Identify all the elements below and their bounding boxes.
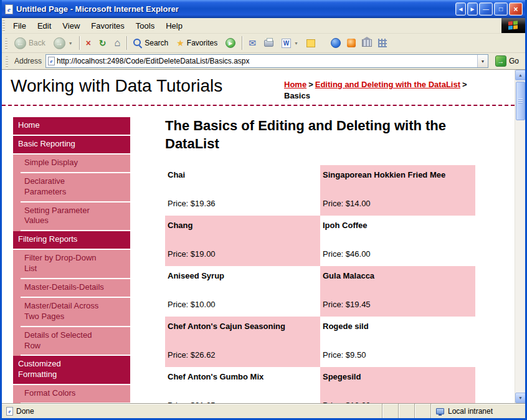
toolbar-extra-icons <box>331 38 387 48</box>
menu-edit[interactable]: Edit <box>32 18 57 33</box>
product-name: Ipoh Coffee <box>323 221 472 230</box>
addon-orange-icon[interactable] <box>347 39 356 47</box>
product-name: Chai <box>168 170 316 179</box>
sidebar-item-details-of-selected-row[interactable]: Details of Selected Row <box>21 327 130 356</box>
toolbar-grip[interactable] <box>5 38 7 50</box>
address-dropdown-button[interactable]: ▼ <box>477 55 488 67</box>
mail-button[interactable]: ✉ <box>245 37 260 49</box>
go-button[interactable]: → Go <box>492 54 522 68</box>
sidebar-item-home[interactable]: Home <box>13 117 130 136</box>
product-name: Rogede sild <box>323 322 472 331</box>
sidebar-item-basic-reporting[interactable]: Basic Reporting <box>13 136 130 155</box>
scroll-down-button[interactable]: ▼ <box>515 393 525 403</box>
menu-favorites[interactable]: Favorites <box>85 18 130 33</box>
window-extra-right-button[interactable]: ► <box>467 2 478 16</box>
sidebar-item-customized-formatting[interactable]: Customized Formatting <box>13 356 130 385</box>
sidebar-item-format-colors[interactable]: Format Colors <box>21 385 130 403</box>
status-pane <box>398 404 414 418</box>
grid-icon[interactable] <box>378 39 387 47</box>
refresh-icon: ↻ <box>99 39 107 47</box>
messenger-icon[interactable] <box>331 38 341 48</box>
window-title: Untitled Page - Microsoft Internet Explo… <box>16 4 454 14</box>
address-input-wrap: e ▼ <box>45 54 488 68</box>
ie-page-icon-glyph: e <box>7 6 11 13</box>
status-pane <box>414 404 430 418</box>
favorites-star-icon: ★ <box>176 39 184 47</box>
edit-word-icon: W <box>282 39 291 48</box>
product-price: Price: $12.00 <box>323 401 472 403</box>
maximize-button[interactable]: □ <box>494 2 508 16</box>
home-button[interactable]: ⌂ <box>111 36 125 50</box>
scrollbar-track[interactable] <box>515 80 525 393</box>
sidebar-item-filter-by-dropdown-list[interactable]: Filter by Drop-Down List <box>21 250 130 279</box>
breadcrumb-home-link[interactable]: Home <box>284 80 306 89</box>
search-icon <box>133 39 142 47</box>
breadcrumb-current: Basics <box>284 90 507 102</box>
product-name: Aniseed Syrup <box>168 271 316 280</box>
sidebar-item-declarative-parameters[interactable]: Declarative Parameters <box>21 173 130 203</box>
back-button[interactable]: ← Back <box>11 36 49 51</box>
status-message: e Done <box>2 404 382 418</box>
window-extra-left-button[interactable]: ◄ <box>455 2 466 16</box>
product-price: Price: $19.36 <box>168 199 316 208</box>
product-name: Gula Malacca <box>323 271 472 280</box>
breadcrumb-separator: > <box>462 80 467 89</box>
minimize-button[interactable]: — <box>479 2 493 16</box>
sidebar-subgroup-filtering: Filter by Drop-Down List Master-Details-… <box>13 250 130 356</box>
status-page-icon-glyph: e <box>9 408 11 414</box>
product-cell: Chai Price: $19.36 <box>165 165 320 216</box>
sidebar-item-master-details-details[interactable]: Master-Details-Details <box>21 279 130 298</box>
print-button[interactable] <box>260 38 277 49</box>
print-icon <box>264 40 273 47</box>
addressbar-grip[interactable] <box>6 56 8 69</box>
search-button[interactable]: Search <box>130 37 172 49</box>
back-label: Back <box>29 39 45 47</box>
forward-icon: → <box>54 37 65 49</box>
toolbar: ← Back → ▼ × ↻ ⌂ Search ★ Favorites ▶ ✉ … <box>2 34 525 53</box>
address-label: Address <box>14 57 42 65</box>
refresh-button[interactable]: ↻ <box>95 37 110 49</box>
product-name: Chef Anton's Cajun Seasoning <box>168 322 316 331</box>
menu-help[interactable]: Help <box>160 18 188 33</box>
favorites-button[interactable]: ★ Favorites <box>173 37 221 49</box>
close-button[interactable]: × <box>509 2 523 16</box>
breadcrumb-section-link[interactable]: Editing and Deleting with the DataList <box>315 80 460 89</box>
sidebar-item-setting-parameter-values[interactable]: Setting Parameter Values <box>21 203 130 232</box>
product-cell: Spegesild Price: $12.00 <box>320 367 475 403</box>
menu-view[interactable]: View <box>57 18 85 33</box>
status-page-icon: e <box>6 407 13 416</box>
research-icon[interactable] <box>362 39 372 47</box>
page-viewport: Working with Data Tutorials Home>Editing… <box>2 70 525 403</box>
media-button[interactable]: ▶ <box>222 36 239 50</box>
edit-button[interactable]: W ▼ <box>278 37 302 50</box>
product-price: Price: $9.50 <box>323 350 472 360</box>
menu-tools[interactable]: Tools <box>130 18 160 33</box>
product-name: Chef Anton's Gumbo Mix <box>168 372 316 381</box>
menu-file[interactable]: File <box>7 18 32 33</box>
scrollbar-thumb[interactable] <box>516 82 525 120</box>
status-bar: e Done Local intranet <box>2 403 525 418</box>
sidebar-item-master-detail-across-two-pages[interactable]: Master/Detail Across Two Pages <box>21 298 130 327</box>
discuss-button[interactable] <box>303 37 319 49</box>
product-price: Price: $10.00 <box>168 300 316 309</box>
scroll-up-button[interactable]: ▲ <box>515 70 525 80</box>
vertical-scrollbar: ▲ ▼ <box>515 70 525 403</box>
address-input[interactable] <box>55 57 477 65</box>
product-name: Spegesild <box>323 372 472 381</box>
home-icon: ⌂ <box>115 38 121 48</box>
sidebar-item-simple-display[interactable]: Simple Display <box>21 155 130 173</box>
product-price: Price: $19.45 <box>323 300 472 309</box>
product-name: Singaporean Hokkien Fried Mee <box>323 170 472 179</box>
ie-page-icon: e <box>5 4 13 14</box>
stop-button[interactable]: × <box>82 37 95 49</box>
windows-flag-icon <box>508 21 518 31</box>
title-bar: e Untitled Page - Microsoft Internet Exp… <box>2 0 525 18</box>
product-cell: Ipoh Coffee Price: $46.00 <box>320 216 475 266</box>
product-name: Chang <box>168 221 316 230</box>
forward-button[interactable]: → ▼ <box>50 36 77 51</box>
address-page-icon-glyph: e <box>50 58 53 64</box>
toolbar-separator <box>242 36 242 50</box>
sidebar-item-filtering-reports[interactable]: Filtering Reports <box>13 231 130 250</box>
sidebar-subgroup-formatting: Format Colors <box>13 385 130 403</box>
menubar-grip[interactable] <box>2 20 5 32</box>
